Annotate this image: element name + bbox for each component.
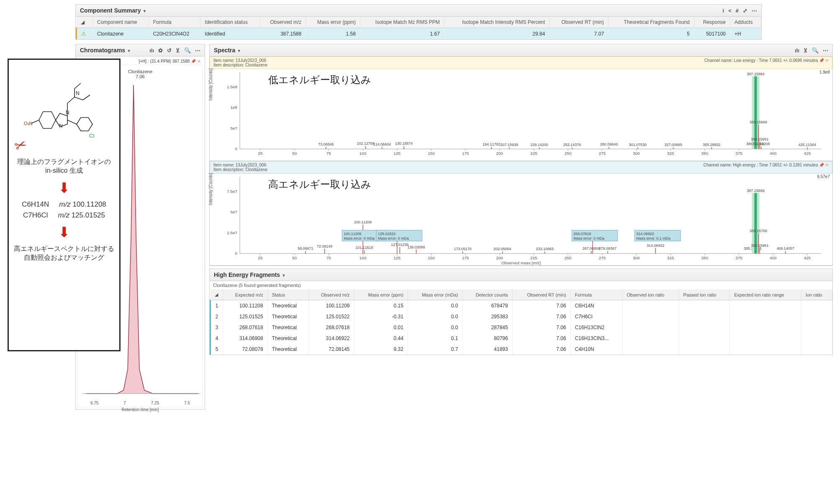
svg-text:301.07530: 301.07530 xyxy=(629,143,647,147)
low-overlay-label: 低エネルギー取り込み xyxy=(268,73,371,87)
zoom-icon[interactable]: 🔍 xyxy=(812,47,819,54)
col-adducts[interactable]: Adducts xyxy=(730,17,761,28)
hef-col-formula[interactable]: Formula xyxy=(570,289,622,300)
hef-col-mda[interactable]: Mass error (mDa) xyxy=(408,289,462,300)
hef-col-flag[interactable]: ◢ xyxy=(211,289,223,300)
col-obs-mz[interactable]: Observed m/z xyxy=(260,17,306,28)
hef-col-eirr[interactable]: Expected ion ratio range xyxy=(730,289,801,300)
info-icon[interactable]: i xyxy=(723,8,724,14)
svg-text:389.15666: 389.15666 xyxy=(750,120,767,124)
overlay-frag-2: C7H6Cl m/z 125.01525 xyxy=(13,211,115,220)
svg-line-180 xyxy=(31,120,39,123)
cell-iso-mz: 1.67 xyxy=(360,28,444,40)
col-formula[interactable]: Formula xyxy=(149,17,200,28)
component-summary-title[interactable]: Component Summary▼ xyxy=(80,7,146,14)
high-energy-fragments-panel: High Energy Fragments▼ Clonitazene (5 fo… xyxy=(209,269,833,355)
cell-response: 5017100 xyxy=(694,28,730,40)
table-row[interactable]: 3268.07618Theoretical268.076180.010.0287… xyxy=(211,322,832,333)
more-icon[interactable]: ⋯ xyxy=(195,47,200,54)
expand-icon[interactable]: ⤢ xyxy=(743,8,747,14)
low-energy-meta: Item name: 13July2023_006Item descriptio… xyxy=(210,56,832,69)
high-energy-spectrum-plot[interactable]: 9.57e7 高エネルギー取り込み Intensity [Counts] 255… xyxy=(210,174,832,266)
caret-down-icon: ▼ xyxy=(282,273,286,278)
svg-text:N: N xyxy=(59,123,63,129)
col-flag[interactable]: ◢ xyxy=(77,17,93,28)
table-row[interactable]: 4314.06908Theoretical314.069220.440.1807… xyxy=(211,333,832,344)
more-icon[interactable]: ⋯ xyxy=(752,8,757,14)
svg-text:275: 275 xyxy=(599,256,606,260)
spectra-title[interactable]: Spectra▼ xyxy=(214,47,241,54)
svg-text:325: 325 xyxy=(667,256,674,260)
svg-text:350: 350 xyxy=(701,151,709,156)
component-summary-table: ◢ Component name Formula Identification … xyxy=(76,17,761,39)
svg-text:125: 125 xyxy=(394,256,401,260)
svg-text:114.06604: 114.06604 xyxy=(373,142,391,146)
hef-col-exp[interactable]: Expected m/z xyxy=(223,289,268,300)
svg-marker-173 xyxy=(77,118,92,131)
reset-icon[interactable]: ↺ xyxy=(167,47,172,54)
hef-col-ppm[interactable]: Mass error (ppm) xyxy=(354,289,408,300)
high-ylabel: Intensity [Counts] xyxy=(208,173,213,205)
table-row[interactable]: 2125.01525Theoretical125.01522-0.310.029… xyxy=(211,311,832,322)
pin-icon[interactable]: 📌 ✕ xyxy=(191,59,200,64)
svg-text:125: 125 xyxy=(394,151,401,156)
svg-text:100.11209: 100.11209 xyxy=(354,220,372,224)
table-row[interactable]: ⚠ Clonitazene C20H23ClN4O2 Identified 38… xyxy=(77,28,761,40)
hef-col-counts[interactable]: Detector counts xyxy=(462,289,512,300)
share-icon[interactable]: < xyxy=(728,8,732,14)
hef-col-status[interactable]: Status xyxy=(267,289,308,300)
svg-text:387.15884: 387.15884 xyxy=(747,72,764,76)
svg-line-175 xyxy=(67,97,74,103)
hef-col-oir[interactable]: Observed ion ratio xyxy=(622,289,679,300)
col-rt[interactable]: Observed RT (min) xyxy=(549,17,608,28)
hef-col-pir[interactable]: Passed ion ratio xyxy=(679,289,730,300)
zoom-icon[interactable]: 🔍 xyxy=(184,47,191,54)
chromatograms-title[interactable]: Chromatograms▼ xyxy=(80,47,131,54)
svg-text:325: 325 xyxy=(667,151,674,156)
svg-text:75: 75 xyxy=(326,256,331,260)
more-icon[interactable]: ⋯ xyxy=(823,47,828,54)
col-iso-mz[interactable]: Isotope Match Mz RMS PPM xyxy=(360,17,444,28)
col-name[interactable]: Component name xyxy=(93,17,149,28)
svg-text:139.03088: 139.03088 xyxy=(407,245,425,249)
svg-text:225: 225 xyxy=(530,256,537,260)
col-status[interactable]: Identification status xyxy=(200,17,260,28)
hef-col-rt[interactable]: Observed RT (min) xyxy=(512,289,570,300)
svg-text:391.16208: 391.16208 xyxy=(752,142,770,146)
hef-col-obs[interactable]: Observed m/z xyxy=(308,289,354,300)
svg-text:75: 75 xyxy=(326,151,331,156)
pin-icon[interactable]: 📌 ✕ xyxy=(819,163,829,167)
hef-title[interactable]: High Energy Fragments▼ xyxy=(214,271,286,278)
chart-icon[interactable]: ⊻ xyxy=(804,47,808,54)
svg-text:327.00895: 327.00895 xyxy=(665,143,682,147)
hef-col-ir[interactable]: Ion ratio xyxy=(801,289,832,300)
table-row[interactable]: 1100.11208Theoretical100.112090.150.0678… xyxy=(211,300,832,312)
col-response[interactable]: Response xyxy=(694,17,730,28)
col-frags[interactable]: Theoretical Fragments Found xyxy=(608,17,694,28)
low-energy-spectrum-plot[interactable]: 1.9e8 低エネルギー取り込み Intensity [Counts] 2550… xyxy=(210,69,832,161)
svg-text:25: 25 xyxy=(258,256,263,260)
chart-icon[interactable]: ⊻ xyxy=(176,47,180,54)
svg-text:400: 400 xyxy=(770,151,777,156)
component-summary-header: Component Summary▼ i < # ⤢ ⋯ xyxy=(76,5,761,17)
tune-icon[interactable]: ılı xyxy=(149,47,154,54)
svg-text:100: 100 xyxy=(359,256,367,260)
svg-text:100: 100 xyxy=(359,151,367,156)
hash-icon[interactable]: # xyxy=(736,8,739,14)
col-mass-err[interactable]: Mass error (ppm) xyxy=(306,17,360,28)
svg-text:350: 350 xyxy=(701,256,709,260)
overlay-text-2: in-silico 生成 xyxy=(13,166,115,175)
svg-line-172 xyxy=(67,120,77,124)
svg-text:125.01522: 125.01522 xyxy=(378,232,395,236)
component-summary-panel: Component Summary▼ i < # ⤢ ⋯ ◢ Component… xyxy=(75,4,762,40)
svg-text:100.11209: 100.11209 xyxy=(344,232,361,236)
col-iso-int[interactable]: Isotope Match Intensity RMS Percent xyxy=(444,17,549,28)
svg-text:280.09640: 280.09640 xyxy=(600,142,618,146)
gear-icon[interactable]: ✿ xyxy=(158,47,163,54)
svg-text:5e7: 5e7 xyxy=(231,126,238,130)
tune-icon[interactable]: ılı xyxy=(795,47,799,54)
svg-text:7.5e7: 7.5e7 xyxy=(227,189,237,194)
cell-iso-int: 29.84 xyxy=(444,28,549,40)
table-row[interactable]: 572.08078Theoretical72.081459.320.741893… xyxy=(211,344,832,355)
pin-icon[interactable]: 📌 ✕ xyxy=(819,58,829,63)
